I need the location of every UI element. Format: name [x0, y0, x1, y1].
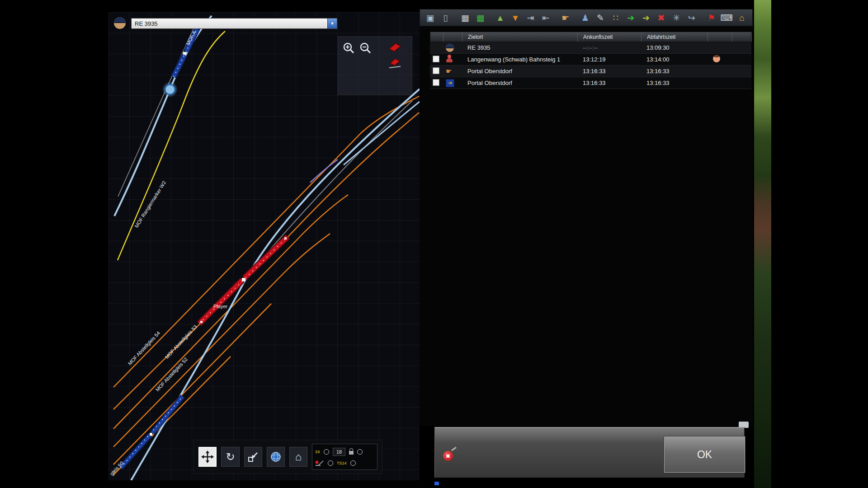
jump-to-button[interactable]: [244, 447, 262, 467]
zielort-cell: Langenwang (Schwab) Bahnsteig 1: [462, 56, 577, 63]
table-row[interactable]: Langenwang (Schwab) Bahnsteig 1 13:12:19…: [430, 54, 751, 66]
track-label: MOF Rangiermarker W2: [134, 180, 167, 229]
red-wedge-line-icon: [388, 56, 402, 70]
zielort-cell: Portal Oberstdorf: [462, 80, 577, 86]
map-bottom-toolbar: ↻ ⌂ 3X: [193, 440, 382, 474]
home-view-button[interactable]: ⌂: [289, 447, 307, 467]
remove-service-icon[interactable]: ✖: [656, 12, 667, 23]
add-service-green-icon[interactable]: ➔: [625, 12, 637, 23]
map-2d-view[interactable]: MOF Abstellgleis 54 MOF Abstellgleis 53 …: [108, 12, 420, 480]
passenger-stop-icon: [446, 55, 453, 63]
enter-portal-icon[interactable]: ↪: [686, 12, 698, 23]
save-icon[interactable]: ▣: [425, 12, 436, 23]
red-cross-icon: ✖: [443, 451, 453, 461]
delete-icon[interactable]: ▯: [440, 12, 452, 23]
red-wedge-icon: [388, 41, 402, 55]
row-checkbox[interactable]: [433, 67, 439, 74]
abfahrt-cell: 13:14:00: [641, 56, 708, 63]
driver-cap-icon: [114, 17, 126, 29]
table-row[interactable]: ➔ Portal Oberstdorf 13:16:33 13:16:33: [430, 77, 751, 89]
header-extra1: [708, 32, 732, 42]
header-ankunftszeit: Ankunftszeit: [578, 32, 642, 42]
track-label: MOF Abstellgleis 53: [164, 324, 198, 360]
editor-toolbar: ▣▯▦▦▲▼⇥⇤☛♟✎∷➔➔✖✳↪⚑⌨⌂: [420, 9, 753, 26]
rotate-icon: ↻: [226, 451, 235, 462]
zoom-out-icon: [359, 41, 373, 56]
table-row[interactable]: RE 3935 --:--:-- 13:09:30: [430, 42, 751, 54]
speed-value-box[interactable]: 18: [333, 448, 345, 456]
ankunft-cell: 13:16:33: [577, 68, 641, 75]
shift-right-icon[interactable]: ⇥: [525, 12, 537, 23]
grid-large-icon[interactable]: ▦: [475, 12, 486, 23]
passenger-face-icon: [713, 55, 720, 62]
ai-train-bottom[interactable]: [121, 396, 183, 468]
track-label: MOF Abstellgleis 54: [127, 330, 161, 366]
jump-arrow-icon: [247, 450, 259, 463]
table-row[interactable]: ☛ Portal Oberstdorf 13:16:33 13:16:33: [430, 66, 751, 77]
zielort-cell: Portal Oberstdorf: [462, 68, 577, 75]
raise-arrow-icon[interactable]: ▲: [495, 12, 506, 23]
train-selector-value: RE 3935: [132, 20, 327, 27]
driver-cap-icon: [446, 44, 454, 52]
selection-marker[interactable]: [163, 82, 177, 97]
lower-arrow-icon[interactable]: ▼: [509, 12, 521, 23]
header-zielort: Zielort: [462, 32, 578, 42]
portal-icon: ➔: [446, 79, 454, 87]
globe-icon: [269, 450, 282, 463]
world-scene-strip: [754, 0, 771, 488]
depot-icon[interactable]: ⌂: [736, 12, 748, 23]
zoom-out-button[interactable]: [359, 41, 373, 56]
header-abfahrtszeit: Abfahrtszeit: [642, 32, 708, 42]
settings-gear-icon[interactable]: ✳: [670, 12, 682, 23]
gradient-draw-button[interactable]: [388, 56, 402, 70]
grid-small-icon[interactable]: ▦: [459, 12, 471, 23]
x3-label: 3X: [315, 450, 320, 454]
row-checkbox[interactable]: [433, 79, 439, 86]
flag-icon[interactable]: ⚑: [706, 12, 717, 23]
lock-icon[interactable]: [349, 451, 354, 455]
player-train[interactable]: [199, 237, 288, 324]
header-extra2: [732, 32, 752, 42]
pan-arrows-icon: [201, 450, 214, 463]
add-service-yellow-icon[interactable]: ➔: [640, 12, 652, 23]
switch-points-icon: [315, 460, 324, 466]
ankunft-cell: --:--:--: [577, 44, 641, 51]
option-radio[interactable]: [357, 449, 363, 455]
abfahrt-cell: 13:09:30: [641, 44, 708, 51]
pencil-icon: [451, 447, 457, 451]
header-icon-col: [443, 32, 462, 42]
map-options-group: 3X 18 TS14: [312, 444, 377, 470]
dropdown-arrow-button[interactable]: ▼: [327, 19, 337, 28]
zoom-in-button[interactable]: [342, 41, 356, 56]
passengers-icon[interactable]: ♟: [580, 12, 591, 23]
panel-corner-marker: [434, 482, 439, 485]
ankunft-cell: 13:16:33: [577, 80, 641, 86]
abfahrt-cell: 13:16:33: [641, 80, 708, 86]
shift-left-icon[interactable]: ⇤: [540, 12, 552, 23]
world-view-button[interactable]: [267, 447, 285, 467]
option-radio[interactable]: [350, 460, 356, 466]
keyboard-icon[interactable]: ⌨: [721, 12, 732, 23]
task-edit-icon[interactable]: ✎: [594, 12, 606, 23]
train-sim-timetable-editor: MOF Abstellgleis 54 MOF Abstellgleis 53 …: [0, 0, 868, 488]
ok-button[interactable]: OK: [664, 436, 745, 473]
row-checkbox[interactable]: [433, 56, 439, 62]
zoom-in-icon: [342, 41, 356, 56]
train-selector-dropdown[interactable]: RE 3935 ▼: [131, 18, 337, 29]
remove-entry-button[interactable]: ✖: [442, 447, 458, 463]
home-icon: ⌂: [295, 451, 302, 462]
rotate-tool-button[interactable]: ↻: [221, 447, 239, 467]
pointer-hand-icon[interactable]: ☛: [560, 12, 571, 23]
ts-label: TS14: [337, 461, 347, 465]
table-header: Zielort Ankunftszeit Abfahrtszeit: [430, 32, 751, 42]
option-radio[interactable]: [328, 460, 333, 466]
option-radio[interactable]: [324, 449, 329, 455]
pan-tool-button[interactable]: [198, 447, 217, 467]
player-train-label: Player: [213, 304, 228, 309]
zielort-cell: RE 3935: [462, 44, 577, 51]
header-checkbox-col: [430, 32, 443, 42]
map-tools-panel: [338, 36, 412, 95]
hand-stop-icon: ☛: [446, 68, 452, 75]
tile-colors-icon[interactable]: ∷: [610, 12, 622, 23]
gradient-tool-button[interactable]: [388, 41, 402, 55]
